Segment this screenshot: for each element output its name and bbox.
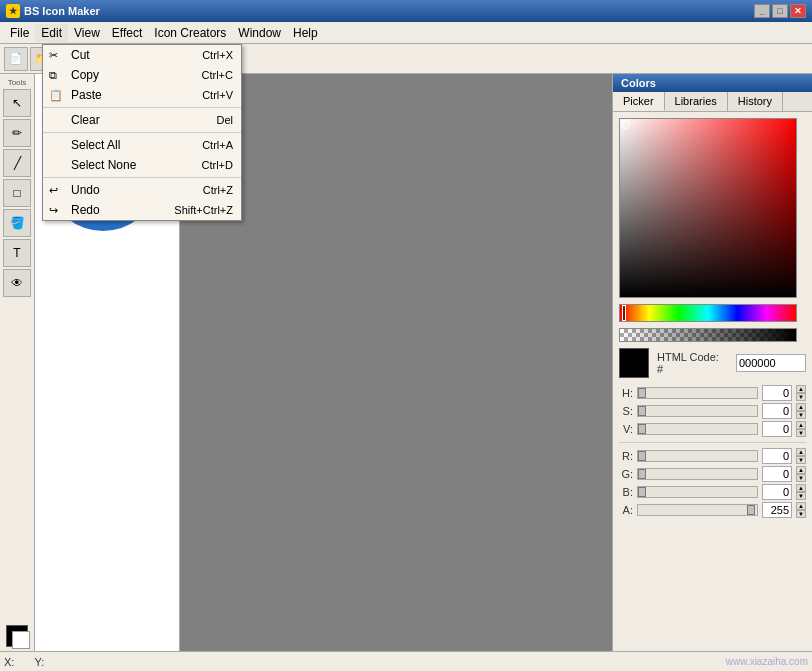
sep-1 [43,107,241,108]
tool-rect[interactable]: □ [3,179,31,207]
slider-s-track[interactable] [637,405,758,417]
slider-h-up[interactable]: ▲ [796,385,806,393]
html-code-label: HTML Code: # [657,351,728,375]
slider-g-thumb[interactable] [638,469,646,479]
copy-label: Copy [71,68,99,82]
color-preview-box[interactable] [619,348,649,378]
slider-s-down[interactable]: ▼ [796,411,806,419]
slider-v-down[interactable]: ▼ [796,429,806,437]
menu-effect[interactable]: Effect [106,24,148,42]
menu-edit[interactable]: Edit [35,24,68,42]
menu-view[interactable]: View [68,24,106,42]
slider-g-value[interactable]: 0 [762,466,792,482]
slider-h-row: H: 0 ▲ ▼ [613,384,812,402]
slider-s-up[interactable]: ▲ [796,403,806,411]
tools-panel: Tools ↖ ✏ ╱ □ 🪣 T 👁 [0,74,35,651]
slider-v-track[interactable] [637,423,758,435]
slider-r-down[interactable]: ▼ [796,456,806,464]
menu-help[interactable]: Help [287,24,324,42]
slider-v-up[interactable]: ▲ [796,421,806,429]
fg-color[interactable] [6,625,28,647]
slider-r-thumb[interactable] [638,451,646,461]
sep-2 [43,132,241,133]
slider-a-value[interactable]: 255 [762,502,792,518]
bg-color[interactable] [12,631,30,649]
undo-label: Undo [71,183,100,197]
tool-pencil[interactable]: ✏ [3,119,31,147]
menu-item-select-all[interactable]: Select All Ctrl+A [43,135,241,155]
select-none-shortcut: Ctrl+D [202,159,233,171]
color-tabs: Picker Libraries History [613,92,812,112]
edit-dropdown-menu: ✂ Cut Ctrl+X ⧉ Copy Ctrl+C 📋 Paste Ctrl+… [42,44,242,221]
label-h: H: [619,387,633,399]
minimize-button[interactable]: _ [754,4,770,18]
sep-3 [43,177,241,178]
menu-item-clear[interactable]: Clear Del [43,110,241,130]
menu-file[interactable]: File [4,24,35,42]
canvas[interactable] [180,74,612,651]
divider-hsv-rgb [619,442,806,443]
tool-select[interactable]: ↖ [3,89,31,117]
slider-a-up[interactable]: ▲ [796,502,806,510]
slider-g-down[interactable]: ▼ [796,474,806,482]
hsv-sliders: H: 0 ▲ ▼ S: 0 ▲ ▼ [613,384,812,438]
slider-s-value[interactable]: 0 [762,403,792,419]
slider-h-down[interactable]: ▼ [796,393,806,401]
menu-item-copy[interactable]: ⧉ Copy Ctrl+C [43,65,241,85]
tool-text[interactable]: T [3,239,31,267]
slider-h-thumb[interactable] [638,388,646,398]
menu-item-paste[interactable]: 📋 Paste Ctrl+V [43,85,241,105]
coord-x-label: X: [4,656,14,668]
tool-eye[interactable]: 👁 [3,269,31,297]
label-s: S: [619,405,633,417]
slider-a-thumb[interactable] [747,505,755,515]
slider-h-spinner: ▲ ▼ [796,385,806,401]
label-g: G: [619,468,633,480]
hue-bar[interactable] [619,304,797,322]
tool-fill[interactable]: 🪣 [3,209,31,237]
slider-v-value[interactable]: 0 [762,421,792,437]
paste-label: Paste [71,88,102,102]
slider-s-spinner: ▲ ▼ [796,403,806,419]
alpha-bar[interactable] [619,328,797,342]
slider-h-value[interactable]: 0 [762,385,792,401]
menu-item-undo[interactable]: ↩ Undo Ctrl+Z [43,180,241,200]
slider-b-track[interactable] [637,486,758,498]
slider-r-value[interactable]: 0 [762,448,792,464]
gradient-cursor [622,121,630,129]
color-gradient[interactable] [619,118,797,298]
slider-g-up[interactable]: ▲ [796,466,806,474]
maximize-button[interactable]: □ [772,4,788,18]
toolbar-new[interactable]: 📄 [4,47,28,71]
slider-a-track[interactable] [637,504,758,516]
menu-window[interactable]: Window [232,24,287,42]
tab-picker[interactable]: Picker [613,92,665,111]
menu-icon-creators[interactable]: Icon Creators [148,24,232,42]
slider-r-track[interactable] [637,450,758,462]
menu-item-select-none[interactable]: Select None Ctrl+D [43,155,241,175]
close-button[interactable]: ✕ [790,4,806,18]
slider-h-track[interactable] [637,387,758,399]
slider-a-down[interactable]: ▼ [796,510,806,518]
slider-g-track[interactable] [637,468,758,480]
tab-libraries[interactable]: Libraries [665,92,728,111]
canvas-area[interactable] [180,74,612,651]
slider-r-up[interactable]: ▲ [796,448,806,456]
tool-line[interactable]: ╱ [3,149,31,177]
slider-g-spinner: ▲ ▼ [796,466,806,482]
slider-b-row: B: 0 ▲ ▼ [613,483,812,501]
slider-b-value[interactable]: 0 [762,484,792,500]
tab-history[interactable]: History [728,92,783,111]
slider-v-thumb[interactable] [638,424,646,434]
slider-s-thumb[interactable] [638,406,646,416]
menu-item-redo[interactable]: ↪ Redo Shift+Ctrl+Z [43,200,241,220]
html-code-input[interactable] [736,354,806,372]
undo-icon: ↩ [49,184,58,197]
menu-item-cut[interactable]: ✂ Cut Ctrl+X [43,45,241,65]
slider-b-up[interactable]: ▲ [796,484,806,492]
slider-b-down[interactable]: ▼ [796,492,806,500]
color-picker-area [613,112,812,348]
slider-b-thumb[interactable] [638,487,646,497]
colors-header: Colors [613,74,812,92]
label-r: R: [619,450,633,462]
